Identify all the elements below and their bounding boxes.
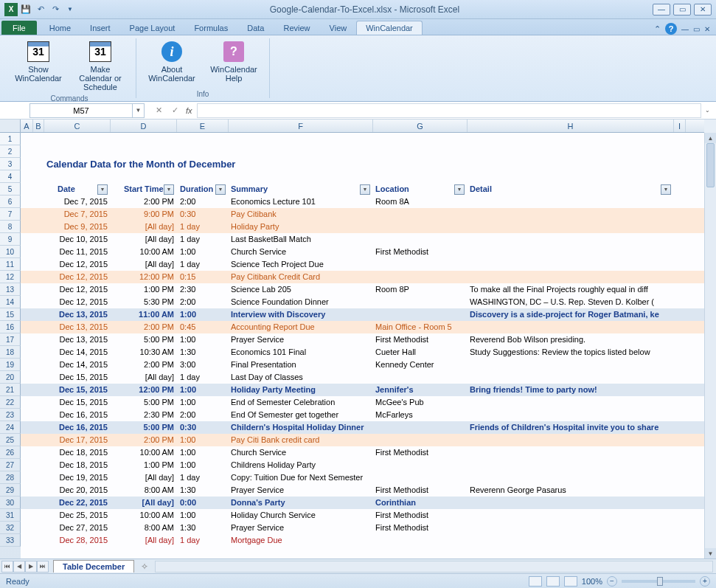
qat-dropdown-icon[interactable]: ▼ — [63, 3, 77, 16]
cell-detail[interactable] — [468, 509, 674, 522]
cell-start-time[interactable]: 11:00 AM — [111, 308, 177, 321]
cell[interactable] — [33, 246, 44, 258]
tab-wincalendar[interactable]: WinCalendar — [356, 21, 423, 35]
row-header-32[interactable]: 32 — [0, 522, 21, 534]
row-header-18[interactable]: 18 — [0, 346, 21, 359]
cell-date[interactable]: Dec 16, 2015 — [44, 421, 111, 434]
sheet-nav-first-icon[interactable]: ⏮ — [1, 561, 13, 573]
sheet-nav-last-icon[interactable]: ⏭ — [37, 561, 49, 573]
row-header-1[interactable]: 1 — [0, 133, 21, 145]
cell-detail[interactable]: Discovery is a side-project for Roger Ba… — [468, 308, 674, 321]
cell[interactable] — [21, 196, 33, 208]
cell[interactable] — [21, 384, 33, 396]
cell-duration[interactable]: 1:30 — [177, 522, 229, 534]
cell[interactable] — [674, 346, 686, 359]
cell[interactable] — [33, 133, 44, 145]
cell-duration[interactable]: 1:00 — [177, 434, 229, 446]
cell-summary[interactable]: Final Presentation — [229, 359, 373, 371]
cell-date[interactable]: Dec 13, 2015 — [44, 333, 111, 346]
new-sheet-icon[interactable]: ✧ — [137, 561, 152, 573]
cell-location[interactable] — [373, 233, 468, 246]
cell[interactable] — [674, 534, 686, 547]
cell-start-time[interactable]: 2:00 PM — [111, 196, 177, 208]
cell-detail[interactable]: Reverenn George Pasarus — [468, 484, 674, 497]
col-header-C[interactable]: C — [44, 120, 111, 132]
cell-duration[interactable]: 1 day — [177, 233, 229, 246]
cell-duration[interactable]: 2:00 — [177, 196, 229, 208]
tab-data[interactable]: Data — [237, 21, 274, 35]
col-header-duration[interactable]: Duration▼ — [177, 183, 229, 196]
cell-location[interactable]: McGee's Pub — [373, 396, 468, 409]
cell-location[interactable] — [373, 296, 468, 308]
cell-location[interactable] — [373, 421, 468, 434]
cell-location[interactable] — [373, 271, 468, 283]
cell-duration[interactable]: 1:30 — [177, 346, 229, 359]
cell[interactable] — [674, 321, 686, 333]
cell-start-time[interactable]: 2:30 PM — [111, 409, 177, 421]
cell-duration[interactable]: 1 day — [177, 371, 229, 384]
cell[interactable] — [229, 170, 373, 183]
cell[interactable] — [177, 170, 229, 183]
row-header-13[interactable]: 13 — [0, 283, 21, 296]
cell[interactable] — [33, 371, 44, 384]
cells-area[interactable]: Calendar Data for the Month of DecemberD… — [21, 133, 704, 558]
cell-start-time[interactable]: 12:00 PM — [111, 384, 177, 396]
cell[interactable] — [21, 484, 33, 497]
cell-duration[interactable]: 1:00 — [177, 384, 229, 396]
row-header-22[interactable]: 22 — [0, 396, 21, 409]
save-icon[interactable]: 💾 — [19, 3, 32, 16]
row-header-11[interactable]: 11 — [0, 258, 21, 271]
cell[interactable] — [21, 522, 33, 534]
filter-arrow-icon[interactable]: ▼ — [360, 184, 370, 195]
row-header-17[interactable]: 17 — [0, 333, 21, 346]
cell-summary[interactable]: Church Service — [229, 246, 373, 258]
filter-arrow-icon[interactable]: ▼ — [97, 184, 108, 195]
cell[interactable] — [21, 145, 33, 158]
cell-location[interactable] — [373, 471, 468, 484]
cell-location[interactable] — [373, 308, 468, 321]
cell[interactable] — [33, 333, 44, 346]
cell[interactable] — [33, 283, 44, 296]
ribbon-btn-show-wincalendar[interactable]: 31Show WinCalendar — [9, 38, 68, 93]
row-header-16[interactable]: 16 — [0, 321, 21, 333]
col-header-B[interactable]: B — [33, 120, 44, 132]
cell-start-time[interactable]: 10:00 AM — [111, 446, 177, 459]
select-all-cell[interactable] — [0, 120, 21, 133]
cell-summary[interactable]: Economics Lecture 101 — [229, 196, 373, 208]
cell[interactable] — [33, 471, 44, 484]
cell[interactable] — [21, 296, 33, 308]
cell[interactable] — [674, 484, 686, 497]
cell-date[interactable]: Dec 15, 2015 — [44, 371, 111, 384]
filter-arrow-icon[interactable]: ▼ — [215, 184, 226, 195]
cell[interactable] — [21, 346, 33, 359]
ribbon-btn-wincalendar-help[interactable]: ?WinCalendar Help — [204, 38, 263, 89]
row-header-31[interactable]: 31 — [0, 509, 21, 522]
cell-duration[interactable]: 3:00 — [177, 359, 229, 371]
cell[interactable] — [674, 384, 686, 396]
cell-start-time[interactable]: 5:00 PM — [111, 333, 177, 346]
cell[interactable] — [33, 509, 44, 522]
tab-insert[interactable]: Insert — [80, 21, 120, 35]
cell-detail[interactable] — [468, 534, 674, 547]
cell-location[interactable]: First Methodist — [373, 509, 468, 522]
ribbon-btn-make-calendar-or-schedule[interactable]: 31Make Calendar or Schedule — [71, 38, 130, 93]
row-header-24[interactable]: 24 — [0, 421, 21, 434]
cell-date[interactable]: Dec 22, 2015 — [44, 497, 111, 509]
cell-duration[interactable]: 2:30 — [177, 283, 229, 296]
col-header-detail[interactable]: Detail▼ — [468, 183, 674, 196]
cell-date[interactable]: Dec 14, 2015 — [44, 346, 111, 359]
cell[interactable] — [21, 446, 33, 459]
scroll-thumb[interactable] — [706, 143, 715, 187]
cell-summary[interactable]: Donna's Party — [229, 497, 373, 509]
cell[interactable] — [33, 258, 44, 271]
cell-duration[interactable]: 1:00 — [177, 396, 229, 409]
cell[interactable] — [33, 208, 44, 221]
formula-input[interactable] — [197, 103, 701, 118]
cell-detail[interactable] — [468, 459, 674, 471]
cell-summary[interactable]: Holiday Party Meeting — [229, 384, 373, 396]
row-header-3[interactable]: 3 — [0, 158, 21, 170]
cell-summary[interactable]: Childern's Hospital Holiday Dinner — [229, 421, 373, 434]
cell-duration[interactable]: 2:00 — [177, 409, 229, 421]
cell-detail[interactable] — [468, 271, 674, 283]
cell[interactable] — [21, 497, 33, 509]
